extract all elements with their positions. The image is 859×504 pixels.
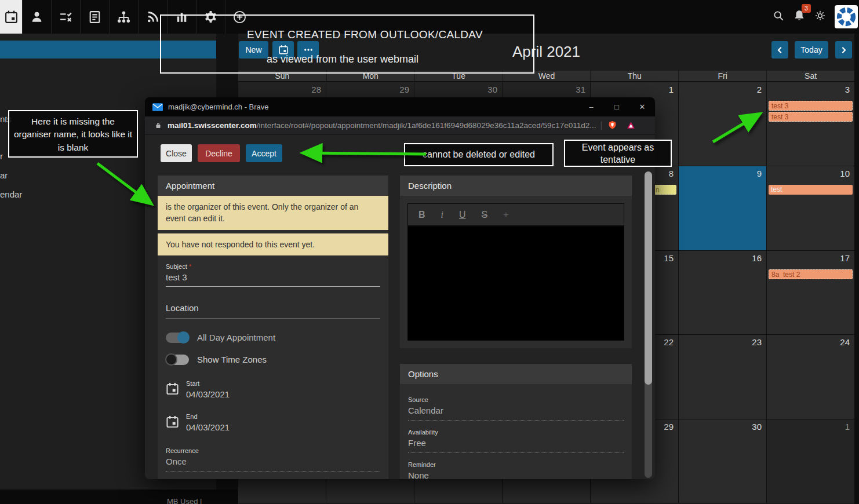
day-number: 16	[752, 253, 762, 263]
browser-url-bar[interactable]: mail01.swisscenter.com/interface/root#/p…	[145, 116, 655, 134]
brave-rewards-triangle-icon[interactable]	[626, 120, 636, 130]
recurrence-value: Once	[166, 456, 380, 472]
popup-body: Close Decline Accept Appointment is the …	[145, 134, 655, 479]
recurrence-field[interactable]: Recurrence Once	[166, 447, 380, 472]
popup-scrollbar[interactable]	[645, 171, 652, 478]
chevron-right-icon	[839, 46, 848, 54]
calendar-event[interactable]: test 3	[769, 101, 853, 111]
window-title: madjik@cybermind.ch - Brave	[168, 103, 269, 111]
calendar-day-cell[interactable]: 10test	[767, 166, 854, 250]
option-label: Source	[408, 396, 624, 403]
day-number: 28	[311, 85, 321, 94]
window-controls: – □ ✕	[578, 97, 655, 116]
url-path: /interface/root#/popout/appointment/madj…	[257, 121, 596, 130]
maximize-icon[interactable]: □	[604, 97, 629, 116]
day-number: 10	[840, 169, 850, 178]
day-number: 1	[669, 85, 674, 94]
option-field-source[interactable]: SourceCalendar	[408, 396, 624, 421]
calendar-icon	[166, 415, 179, 429]
brand-logo[interactable]	[835, 5, 858, 28]
mail-icon	[152, 103, 163, 111]
scrollbar-thumb[interactable]	[645, 171, 652, 385]
search-icon[interactable]	[772, 9, 785, 24]
subject-field[interactable]: Subject * test 3	[166, 263, 380, 287]
notifications-bell-icon[interactable]: 3	[793, 9, 806, 24]
app-bar-contacts-icon[interactable]	[22, 0, 51, 34]
annotation-missing-organiser: Here it is missing the organiser name, i…	[8, 110, 138, 158]
all-day-toggle[interactable]	[166, 333, 189, 343]
storage-used-label: MB Used |	[167, 497, 202, 504]
annotation-tentative: Event appears as tentative	[564, 140, 672, 167]
calendar-day-cell[interactable]: 1	[767, 419, 854, 503]
calendar-event[interactable]: 8a test 2	[769, 269, 853, 279]
editor-content[interactable]	[408, 227, 624, 340]
app-bar-org-chart-icon[interactable]	[109, 0, 138, 34]
appointment-section-title: Appointment	[158, 176, 388, 196]
location-field[interactable]: Location	[166, 303, 380, 319]
annotation-line2: as viewed from the user webmail	[267, 53, 418, 65]
calendar-day-cell[interactable]: 24	[767, 335, 854, 418]
underline-icon[interactable]: U	[459, 210, 466, 220]
annotation-line1: EVENT CREATED FROM OUTLOOK/CALDAV	[247, 28, 483, 41]
start-label: Start	[186, 380, 230, 387]
response-notice: You have not responded to this event yet…	[158, 233, 388, 255]
sidebar-item-partial[interactable]: endar	[0, 189, 22, 199]
option-label: Reminder	[408, 461, 624, 468]
calendar-day-cell[interactable]: 178a test 2	[767, 251, 854, 334]
close-button[interactable]: Close	[161, 144, 192, 162]
subject-input[interactable]: test 3	[166, 272, 380, 287]
calendar-day-cell[interactable]: 3test 3test 3	[767, 82, 854, 166]
subject-label: Subject	[166, 263, 187, 270]
calendar-day-cell[interactable]: 2	[679, 82, 766, 166]
sidebar-item-partial[interactable]: ar	[0, 170, 8, 180]
chevron-left-icon	[776, 46, 784, 54]
app-bar-right: 3	[772, 0, 859, 34]
today-button[interactable]: Today	[795, 41, 828, 59]
all-day-toggle-row: All Day Appointment	[166, 333, 380, 343]
app-bar-tasks-icon[interactable]	[51, 0, 80, 34]
italic-icon[interactable]: i	[441, 210, 443, 220]
time-zones-toggle[interactable]	[166, 355, 189, 365]
option-field-reminder[interactable]: ReminderNone	[408, 461, 624, 479]
description-section: Description BiUS+	[400, 176, 632, 348]
app-bar-notes-icon[interactable]	[80, 0, 109, 34]
day-number: 9	[757, 169, 762, 178]
annotation-cannot-edit: cannot be deleted or edited	[404, 143, 554, 166]
brave-shield-icon[interactable]	[607, 120, 617, 130]
calendar-day-cell[interactable]: 16	[679, 251, 766, 334]
annotation-created-from-outlook: EVENT CREATED FROM OUTLOOK/CALDAV as vie…	[160, 14, 534, 74]
calendar-event[interactable]: test 3	[769, 112, 853, 122]
day-number: 15	[664, 253, 674, 263]
calendar-day-cell[interactable]: 23	[679, 335, 766, 418]
app-bar-calendar-icon[interactable]	[0, 0, 22, 34]
time-zones-label: Show Time Zones	[197, 355, 267, 364]
bold-icon[interactable]: B	[418, 210, 425, 220]
minimize-icon[interactable]: –	[578, 97, 604, 116]
add-icon[interactable]: +	[503, 210, 508, 220]
decline-button[interactable]: Decline	[198, 144, 240, 162]
start-date-field[interactable]: Start04/03/2021	[166, 380, 380, 399]
weekday-header: Fri	[678, 71, 766, 81]
calendar-event[interactable]: test	[769, 185, 853, 195]
calendar-day-cell[interactable]: 9	[679, 166, 766, 250]
strikethrough-icon[interactable]: S	[482, 210, 488, 220]
editor-toolbar: BiUS+	[408, 204, 624, 227]
popup-titlebar[interactable]: madjik@cybermind.ch - Brave – □ ✕	[145, 97, 655, 116]
day-number: 3	[845, 85, 850, 94]
end-date-field[interactable]: End04/03/2021	[166, 413, 380, 432]
calendar-day-cell[interactable]: 30	[679, 419, 766, 503]
sidebar-item-partial[interactable]: r	[0, 151, 3, 161]
required-marker: *	[189, 263, 191, 270]
accept-button[interactable]: Accept	[246, 144, 282, 162]
lock-icon	[154, 121, 162, 130]
rich-text-editor[interactable]: BiUS+	[407, 203, 624, 341]
option-value: None	[408, 470, 624, 479]
next-month-button[interactable]	[835, 41, 852, 59]
close-window-icon[interactable]: ✕	[629, 97, 655, 116]
end-value: 04/03/2021	[186, 422, 230, 432]
day-number: 30	[487, 85, 497, 94]
option-field-availability[interactable]: AvailabilityFree	[408, 429, 624, 453]
previous-month-button[interactable]	[771, 41, 788, 59]
brightness-theme-icon[interactable]	[814, 9, 827, 24]
time-zones-toggle-row: Show Time Zones	[166, 355, 380, 365]
